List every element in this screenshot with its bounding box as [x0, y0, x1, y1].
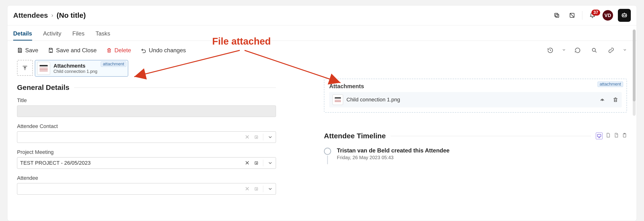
tab-files[interactable]: Files	[72, 27, 85, 40]
field-attendee: Attendee ✕	[17, 175, 276, 195]
undo-button[interactable]: Undo changes	[141, 47, 186, 54]
meeting-select[interactable]: TEST PROJECT - 26/05/2023 ✕	[17, 157, 276, 169]
section-timeline: Attendee Timeline	[324, 132, 627, 140]
svg-rect-0	[556, 14, 559, 18]
field-contact: Attendee Contact ✕	[17, 123, 276, 143]
save-button[interactable]: Save	[17, 47, 38, 54]
attachment-row: Attachments Child connection 1.png attac…	[17, 60, 276, 77]
save-close-label: Save and Close	[56, 47, 96, 54]
search-tool-button[interactable]	[589, 45, 600, 56]
save-close-button[interactable]: Save and Close	[48, 47, 96, 54]
scrollbar[interactable]	[633, 30, 636, 116]
field-label: Title	[17, 97, 276, 104]
avatar[interactable]: VD	[602, 10, 613, 20]
divider	[74, 88, 276, 88]
link-button[interactable]	[606, 45, 616, 56]
clear-icon: ✕	[245, 186, 250, 192]
download-icon[interactable]	[599, 96, 606, 103]
breadcrumb-root[interactable]: Attendees	[13, 11, 48, 20]
record-toolbar: Save Save and Close Delete Undo changes	[8, 41, 636, 60]
attachment-tag: attachment	[101, 61, 126, 67]
svg-point-4	[623, 15, 624, 16]
tabs: Details Activity Files Tasks	[8, 26, 636, 41]
chevron-down-icon[interactable]	[268, 134, 273, 140]
history-button[interactable]	[545, 45, 556, 56]
upload-button[interactable]	[17, 60, 33, 76]
attachments-panel: Attachments attachment Child connection …	[324, 78, 627, 113]
refresh-button[interactable]	[572, 45, 583, 56]
select-icons: ✕	[245, 186, 273, 192]
assistant-button[interactable]	[618, 9, 631, 22]
field-title: Title	[17, 97, 276, 117]
col-left: Attachments Child connection 1.png attac…	[17, 60, 276, 211]
breadcrumb-current: (No title)	[56, 11, 86, 20]
chevron-down-icon[interactable]	[623, 48, 627, 52]
tab-tasks[interactable]: Tasks	[96, 27, 110, 40]
timeline-clipboard-icon[interactable]	[622, 132, 627, 139]
timeline-item-title: Tristan van de Beld created this Attende…	[337, 147, 450, 154]
delete-button[interactable]: Delete	[106, 47, 131, 54]
timeline-item-date: Friday, 26 May 2023 05:43	[337, 155, 450, 160]
timeline-item-body: Tristan van de Beld created this Attende…	[337, 147, 450, 160]
divider	[263, 186, 263, 192]
attachment-filename: Child connection 1.png	[54, 69, 97, 74]
timeline-icons	[596, 132, 627, 139]
delete-label: Delete	[114, 47, 131, 54]
contact-select[interactable]: ✕	[17, 131, 276, 143]
timeline-dot-icon	[324, 148, 331, 155]
app-frame: Attendees › (No title) 37 VD Details Act…	[7, 5, 637, 221]
delete-file-icon[interactable]	[612, 97, 618, 102]
field-meeting: Project Meeting TEST PROJECT - 26/05/202…	[17, 149, 276, 169]
svg-rect-8	[50, 48, 52, 50]
field-label: Attendee Contact	[17, 123, 276, 130]
svg-rect-1	[554, 13, 558, 16]
chevron-down-icon[interactable]	[268, 160, 273, 166]
topbar-actions: 37 VD	[552, 9, 631, 22]
divider	[263, 134, 263, 140]
attachment-file-row: Child connection 1.png	[329, 92, 622, 108]
clear-icon[interactable]: ✕	[245, 160, 250, 166]
open-link-icon	[254, 135, 259, 140]
timeline-item: Tristan van de Beld created this Attende…	[324, 147, 627, 160]
notifications-button[interactable]: 37	[587, 10, 598, 20]
attachments-panel-tag: attachment	[598, 82, 623, 87]
timeline-edit-icon[interactable]	[614, 132, 619, 139]
divider	[263, 160, 263, 166]
copy-icon[interactable]	[552, 10, 562, 20]
attachments-panel-title: Attachments	[329, 83, 622, 90]
tab-activity[interactable]: Activity	[43, 27, 62, 40]
toolbar-right	[545, 45, 627, 56]
svg-point-5	[625, 15, 626, 16]
field-label: Attendee	[17, 175, 276, 181]
attachment-text: Attachments Child connection 1.png	[54, 63, 97, 74]
section-title: General Details	[17, 84, 69, 92]
svg-rect-6	[19, 48, 21, 50]
no-template-icon[interactable]	[567, 10, 577, 20]
title-input[interactable]	[17, 106, 276, 117]
svg-rect-13	[598, 134, 601, 137]
divider	[582, 11, 582, 20]
section-general-details: General Details	[17, 84, 276, 92]
attachment-pill[interactable]: Attachments Child connection 1.png attac…	[35, 60, 128, 77]
field-label: Project Meeting	[17, 149, 276, 155]
tab-details[interactable]: Details	[13, 27, 32, 40]
save-label: Save	[25, 47, 38, 54]
attachment-thumb-icon	[37, 62, 50, 75]
undo-label: Undo changes	[149, 47, 186, 54]
chevron-down-icon[interactable]	[562, 48, 566, 52]
topbar: Attendees › (No title) 37 VD	[8, 6, 636, 26]
notifications-badge: 37	[592, 10, 600, 16]
chevron-right-icon: ›	[51, 12, 53, 19]
chevron-down-icon[interactable]	[268, 186, 273, 192]
select-value: TEST PROJECT - 26/05/2023	[20, 160, 245, 166]
open-link-icon[interactable]	[254, 160, 259, 166]
attendee-select[interactable]: ✕	[17, 183, 276, 195]
timeline-title: Attendee Timeline	[324, 132, 386, 140]
col-right: Attachments attachment Child connection …	[324, 60, 627, 211]
select-icons: ✕	[245, 160, 273, 166]
timeline-doc-icon[interactable]	[606, 132, 611, 139]
divider	[390, 136, 591, 136]
file-name[interactable]: Child connection 1.png	[346, 96, 596, 103]
svg-point-9	[592, 48, 595, 51]
timeline-presentation-icon[interactable]	[596, 132, 602, 139]
